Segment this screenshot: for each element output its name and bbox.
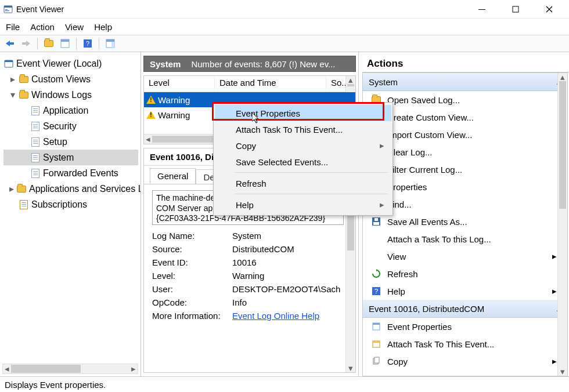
context-menu: Event PropertiesAttach Task To This Even… — [213, 102, 393, 216]
expand-icon[interactable]: ▸ — [9, 74, 16, 85]
menu-action[interactable]: Action — [30, 22, 55, 32]
scroll-left-icon[interactable]: ◂ — [3, 364, 11, 373]
expand-icon[interactable]: ▸ — [9, 183, 14, 194]
actions-v-scrollbar[interactable]: ▴ ▾ — [557, 73, 567, 376]
tab-general[interactable]: General — [150, 168, 196, 184]
tree-application[interactable]: Application — [3, 103, 138, 118]
scrollbar-thumb[interactable] — [559, 81, 566, 209]
kv-key: Source: — [152, 244, 232, 254]
menu-help[interactable]: Help — [94, 22, 112, 32]
show-hide-console-tree-button[interactable] — [42, 37, 55, 50]
help-toolbar-button[interactable]: ? — [81, 37, 94, 50]
properties-toolbar-button[interactable] — [59, 37, 71, 50]
row-level: Warning — [158, 95, 190, 105]
action-item[interactable]: Properties — [363, 178, 567, 195]
context-menu-item[interactable]: Save Selected Events... — [215, 154, 391, 170]
context-menu-item[interactable]: Attach Task To This Event... — [215, 121, 391, 137]
svg-rect-18 — [5, 60, 13, 62]
action-item[interactable]: Copy▸ — [363, 353, 567, 370]
action-item[interactable]: Save All Events As... — [363, 213, 567, 230]
tree-windows-logs[interactable]: ▾ Windows Logs — [3, 87, 138, 103]
tree-label: System — [43, 153, 74, 163]
scroll-down-icon[interactable]: ▾ — [558, 368, 567, 376]
tree-custom-views[interactable]: ▸ Custom Views — [3, 71, 138, 87]
action-item[interactable]: Find... — [363, 195, 567, 213]
scroll-up-icon[interactable]: ▴ — [346, 76, 355, 84]
action-pane-toolbar-button[interactable] — [104, 37, 117, 50]
action-icon — [371, 356, 381, 366]
tree-system[interactable]: System — [3, 150, 138, 165]
nav-h-scrollbar[interactable]: ◂ ▸ — [2, 364, 138, 374]
action-item[interactable]: Import Custom View... — [363, 126, 567, 143]
col-date[interactable]: Date and Time — [215, 76, 326, 92]
tree-subscriptions[interactable]: Subscriptions — [3, 197, 138, 212]
context-menu-item[interactable]: Event Properties — [215, 105, 391, 121]
action-item[interactable]: Refresh — [363, 265, 567, 282]
action-item[interactable]: Filter Current Log... — [363, 161, 567, 178]
scrollbar-thumb[interactable] — [11, 365, 81, 373]
col-level[interactable]: Level — [144, 76, 215, 92]
close-button[interactable] — [538, 2, 561, 16]
menubar: File Action View Help — [0, 19, 569, 35]
context-menu-label: Refresh — [236, 179, 267, 188]
context-menu-label: Copy — [236, 141, 256, 151]
scrollbar-thumb[interactable] — [347, 84, 354, 86]
action-item[interactable]: Create Custom View... — [363, 108, 567, 126]
kv-value: Info — [232, 297, 247, 307]
scroll-down-icon[interactable]: ▾ — [346, 364, 355, 372]
back-button[interactable] — [3, 37, 16, 50]
svg-rect-4 — [478, 9, 485, 10]
toolbar: ? — [0, 35, 569, 52]
scroll-up-icon[interactable]: ▴ — [558, 73, 567, 81]
actions-header: Actions — [362, 56, 569, 72]
forward-button[interactable] — [20, 37, 33, 50]
kv-value: DistributedCOM — [232, 244, 294, 254]
status-bar: Displays Event properties. — [0, 376, 569, 392]
menu-view[interactable]: View — [65, 22, 84, 32]
context-menu-item[interactable]: Help▸ — [215, 197, 391, 213]
context-menu-separator — [235, 172, 388, 173]
action-icon — [371, 268, 381, 279]
action-item[interactable]: View▸ — [363, 248, 567, 265]
action-item[interactable]: Attach Task To This Event... — [363, 335, 567, 353]
tree-forwarded[interactable]: Forwarded Events — [3, 165, 138, 181]
nav-tree: Event Viewer (Local) ▸ Custom Views ▾ Wi… — [0, 52, 141, 376]
more-info-link[interactable]: Event Log Online Help — [232, 311, 319, 321]
svg-rect-3 — [5, 10, 9, 11]
action-icon — [371, 339, 381, 349]
context-menu-label: Attach Task To This Event... — [236, 125, 343, 135]
context-menu-separator — [235, 194, 388, 194]
tree-security[interactable]: Security — [3, 118, 138, 134]
action-item[interactable]: Event Properties — [363, 318, 567, 335]
scroll-left-icon[interactable]: ◂ — [144, 135, 152, 144]
action-icon: ? — [371, 286, 381, 296]
scroll-right-icon[interactable]: ▸ — [129, 364, 138, 373]
kv-key: More Information: — [152, 311, 232, 321]
grid-header: Level Date and Time So... ▴ ▾ — [144, 76, 355, 92]
log-icon — [30, 153, 41, 163]
svg-rect-32 — [373, 341, 380, 343]
svg-rect-26 — [374, 218, 378, 221]
context-menu-item[interactable]: Copy▸ — [215, 137, 391, 154]
context-menu-item[interactable]: Refresh — [215, 175, 391, 191]
actions-group-event[interactable]: Event 10016, DistributedCOM▴ — [363, 300, 567, 318]
minimize-button[interactable] — [470, 2, 494, 16]
menu-file[interactable]: File — [6, 22, 20, 32]
svg-text:?: ? — [86, 40, 89, 47]
maximize-button[interactable] — [504, 2, 527, 16]
context-menu-label: Help — [236, 200, 254, 210]
actions-group-system[interactable]: System▴ — [363, 73, 567, 91]
chevron-right-icon: ▸ — [380, 199, 384, 210]
tree-setup[interactable]: Setup — [3, 134, 138, 150]
chevron-right-icon: ▸ — [380, 140, 384, 151]
tree-apps-services[interactable]: ▸ Applications and Services Logs — [3, 181, 138, 197]
tree-root[interactable]: Event Viewer (Local) — [3, 56, 138, 71]
action-item[interactable]: Clear Log... — [363, 143, 567, 161]
collapse-icon[interactable]: ▾ — [9, 89, 16, 100]
action-label: Refresh — [387, 269, 418, 279]
action-item[interactable]: Open Saved Log... — [363, 91, 567, 108]
action-item[interactable]: Attach a Task To this Log... — [363, 230, 567, 248]
action-label: Properties — [387, 182, 427, 192]
action-label: View — [387, 252, 406, 262]
action-item[interactable]: ?Help▸ — [363, 282, 567, 300]
